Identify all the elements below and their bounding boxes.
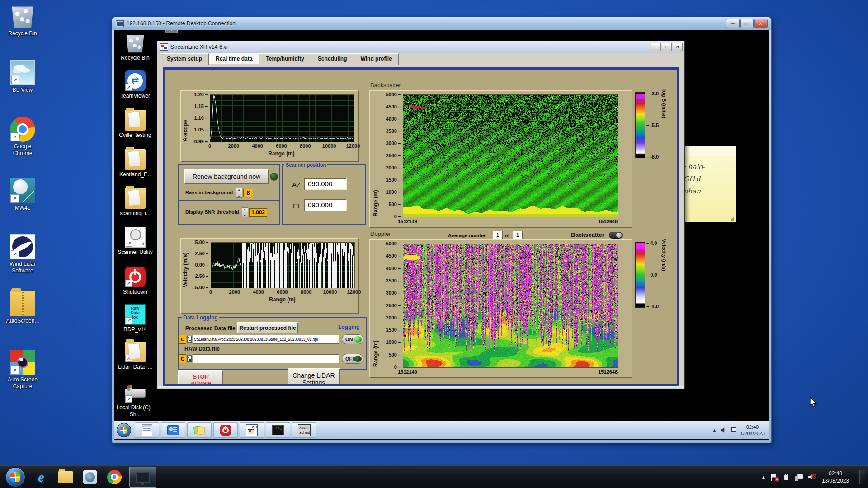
taskbar-button-notepad[interactable]	[135, 422, 159, 438]
tick-label: 4000	[252, 143, 263, 149]
desktop-icon-auto-screen-capture[interactable]: Auto Screen Capture	[4, 350, 42, 390]
desktop-icon-google-chrome[interactable]: Google Chrome	[4, 117, 42, 157]
start-button[interactable]	[5, 467, 25, 487]
taskbar-button-media-player[interactable]	[81, 468, 99, 486]
tab-system-setup[interactable]: System setup	[160, 53, 209, 65]
desktop-icon-rdp-v14[interactable]: Raw Data locRDP_v14	[115, 304, 156, 333]
desktop-icon-lidar-data-folder[interactable]: Lidar_Data_...	[115, 342, 156, 371]
sticky-note-resize-grip[interactable]	[730, 216, 734, 221]
host-clock[interactable]: 02:40 13/08/2023	[822, 470, 849, 484]
rdp-maximize-button[interactable]: □	[740, 19, 754, 28]
rdp-start-button[interactable]	[117, 423, 131, 437]
remote-desktop: Recycle BinTeamViewerCville_testingKentl…	[114, 30, 769, 440]
desktop-icon-cville-testing[interactable]: Cville_testing	[115, 110, 156, 139]
rays-spinner[interactable]	[236, 188, 242, 198]
doppler-x-end: 1512648	[590, 369, 618, 375]
vi-minimize-button[interactable]: ─	[651, 43, 661, 51]
tick-label: 2.50	[195, 251, 208, 256]
taskbar-button-chrome[interactable]	[105, 468, 123, 486]
logging-off-button[interactable]: OFF	[342, 354, 363, 364]
tick-label: 6000	[277, 289, 288, 295]
rdp-window[interactable]: 192.168.0.150 - Remote Desktop Connectio…	[112, 17, 771, 443]
tick-label: -8.0	[646, 154, 659, 160]
doppler-colorbar	[635, 242, 645, 308]
taskbar-button-command-prompt[interactable]: C:\_	[266, 422, 290, 438]
tick-label: 2000	[386, 165, 401, 170]
show-desktop-button[interactable]	[859, 470, 865, 484]
rays-value-field[interactable]: 8	[243, 189, 253, 197]
rdp-connection-bar[interactable]	[165, 30, 178, 33]
desktop-icon-kentland-folder[interactable]: Kentland_F...	[115, 149, 156, 178]
desktop-icon-recycle-bin[interactable]: Recycle Bin	[4, 4, 42, 37]
tab-scheduling[interactable]: Scheduling	[311, 53, 354, 65]
vi-maximize-button[interactable]: □	[662, 43, 672, 51]
sticky-note[interactable]: : halo- Of1d phan	[680, 146, 736, 222]
desktop-icon-local-disk-c[interactable]: Local Disk (C) - Sh...	[115, 382, 156, 418]
tab-real-time-data[interactable]: Real time data	[209, 53, 259, 64]
taskbar-button-sticky-notes[interactable]	[187, 422, 212, 438]
scanner-position-frame: Scanner position AZ 090.000 EL 090.000	[282, 164, 366, 225]
average-count-field[interactable]: 1	[513, 231, 523, 239]
desktop-icon-wind-lidar-software[interactable]: Wind Lidar Software	[4, 234, 42, 274]
desktop-icon-teamviewer[interactable]: TeamViewer	[115, 70, 156, 99]
vi-close-button[interactable]: ✕	[673, 43, 683, 51]
hidden-icons-chevron[interactable]: ▲	[761, 474, 766, 479]
tick-label: 4.0	[646, 240, 657, 246]
hidden-icons-chevron[interactable]: ▲	[712, 428, 717, 432]
desktop-icon-mw41[interactable]: MW41	[4, 178, 42, 211]
taskbar-button-internet-explorer[interactable]	[32, 468, 50, 486]
action-center-icon[interactable]	[731, 427, 736, 433]
raw-path-field[interactable]	[193, 354, 339, 363]
auto-screen-capture-icon	[10, 350, 35, 375]
rdp-titlebar[interactable]: 192.168.0.150 - Remote Desktop Connectio…	[112, 17, 771, 30]
renew-background-button[interactable]: Renew background now	[184, 169, 269, 184]
processed-drive-selector[interactable]: C	[179, 335, 186, 344]
snr-value-field[interactable]: 1.002	[249, 208, 267, 217]
volume-muted-icon[interactable]	[808, 474, 816, 481]
taskbar-button-xr-app[interactable]: XR	[240, 422, 264, 438]
desktop-icon-scanning-folder[interactable]: scanning_r...	[115, 188, 156, 217]
vi-icon	[160, 43, 168, 51]
stop-software-button[interactable]: STOP software	[178, 370, 223, 386]
tab-wind-profile[interactable]: Wind profile	[354, 53, 399, 65]
rdp-close-button[interactable]: ✕	[754, 19, 768, 28]
processed-path-field[interactable]: C:\Lidar\Data\Proc\2023\202308\20230813\…	[193, 335, 339, 344]
tab-temp-humidity[interactable]: Temp/humidity	[259, 53, 311, 65]
el-field[interactable]: 090.000	[304, 199, 347, 211]
taskbar-button-system-monitor[interactable]	[161, 422, 185, 438]
taskbar-button-explorer[interactable]	[57, 468, 75, 486]
desktop-icon-shutdown[interactable]: Shutdown	[115, 267, 156, 296]
raw-drive-selector[interactable]: C	[179, 354, 186, 363]
streamline-window[interactable]: StreamLine XR v14-6.vi ─ □ ✕ System setu…	[157, 41, 685, 389]
logging-on-button[interactable]: ON	[342, 334, 363, 344]
taskbar-button-shutdown[interactable]	[213, 422, 238, 438]
shortcut-arrow-icon	[125, 280, 132, 287]
snr-spinner[interactable]	[242, 207, 248, 217]
tick-label: 10000	[323, 289, 337, 295]
change-lidar-settings-button[interactable]: Change LiDAR Settings	[288, 368, 340, 386]
teamviewer-icon	[125, 70, 146, 91]
rdp-minimize-button[interactable]: ─	[726, 19, 740, 28]
tick-label: 0.99	[194, 139, 208, 144]
power-plug-icon[interactable]	[783, 474, 789, 481]
network-icon[interactable]	[795, 474, 803, 481]
action-center-alert-icon[interactable]	[771, 474, 778, 481]
desktop-icon-autoscreen-zip[interactable]: AutoScreen...	[4, 291, 42, 324]
volume-icon[interactable]	[721, 427, 726, 433]
desktop-icon-rdp-recycle-bin[interactable]: Recycle Bin	[115, 33, 156, 61]
desktop-icon-label: MW41	[4, 205, 42, 211]
desktop-icon-bl-view[interactable]: BL-View	[4, 60, 42, 94]
lidar-data-folder-icon	[125, 342, 146, 362]
restart-processed-file-button[interactable]: Restart processed file	[237, 322, 298, 333]
desktop-icon-scanner-utility[interactable]: Scanner Utility	[115, 227, 156, 256]
taskbar-button-scan-scheduler[interactable]: Scan sched	[292, 422, 316, 438]
average-number-field[interactable]: 1	[493, 231, 503, 239]
doppler-title: Doppler	[370, 230, 391, 237]
backscatter-toggle-switch[interactable]	[609, 232, 623, 239]
az-field[interactable]: 090.000	[304, 178, 347, 190]
taskbar-button-rdp-active[interactable]	[129, 467, 156, 488]
tick-label: 0.00	[195, 262, 208, 267]
streamline-titlebar[interactable]: StreamLine XR v14-6.vi ─ □ ✕	[157, 41, 684, 53]
rdp-clock[interactable]: 02:40 13/08/2023	[740, 424, 765, 436]
desktop-icon-label: BL-View	[4, 87, 42, 94]
